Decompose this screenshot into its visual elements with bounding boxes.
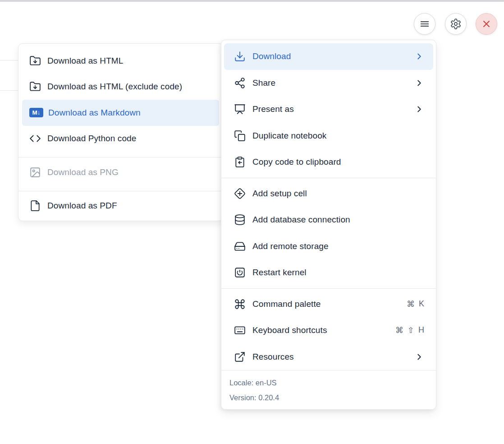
power-icon xyxy=(234,267,246,278)
shortcut-hint: ⌘⇧H xyxy=(395,325,424,335)
file-icon xyxy=(29,200,41,212)
menu-item-share[interactable]: Share xyxy=(221,70,436,97)
share-icon xyxy=(234,77,246,89)
menu-item-label: Copy code to clipboard xyxy=(252,157,424,167)
keyboard-icon xyxy=(234,324,246,336)
menu-divider xyxy=(221,288,436,289)
chevron-right-icon xyxy=(414,352,424,362)
menu-item-label: Duplicate notebook xyxy=(252,131,424,141)
menu-item-label: Present as xyxy=(252,104,408,114)
menu-item-download-as-pdf[interactable]: Download as PDF xyxy=(18,193,223,219)
menu-item-label: Share xyxy=(252,78,408,88)
menu-item-add-remote-storage[interactable]: Add remote storage xyxy=(221,233,436,260)
settings-button[interactable] xyxy=(445,13,467,35)
menu-item-label: Download as Markdown xyxy=(48,108,213,118)
hard-drive-icon xyxy=(234,240,246,252)
shortcut-hint: ⌘K xyxy=(407,299,424,309)
hamburger-icon xyxy=(419,18,431,30)
menu-item-label: Command palette xyxy=(252,299,400,309)
clipboard-copy-icon xyxy=(234,156,246,168)
menu-item-download-as-markdown[interactable]: M↓Download as Markdown xyxy=(22,100,219,126)
menu-item-download[interactable]: Download xyxy=(224,43,433,70)
download-submenu: Download as HTMLDownload as HTML (exclud… xyxy=(18,43,223,221)
menu-item-label: Download as PDF xyxy=(47,201,213,211)
menu-item-keyboard-shortcuts[interactable]: Keyboard shortcuts⌘⇧H xyxy=(221,317,436,344)
close-button[interactable] xyxy=(476,13,497,35)
menu-item-label: Restart kernel xyxy=(252,268,424,278)
menu-item-present-as[interactable]: Present as xyxy=(221,96,436,123)
locale-text: Locale: en-US xyxy=(229,375,428,390)
database-icon xyxy=(234,214,246,226)
background-cell-border xyxy=(0,90,20,91)
image-icon xyxy=(29,166,41,178)
menu-item-command-palette[interactable]: Command palette⌘K xyxy=(221,291,436,318)
menu-divider xyxy=(18,191,223,191)
gear-icon xyxy=(450,18,462,30)
menu-item-label: Download xyxy=(252,51,408,61)
window-top-edge xyxy=(0,0,504,2)
external-link-icon xyxy=(234,351,246,363)
menu-item-download-python-code[interactable]: Download Python code xyxy=(18,126,223,152)
menu-item-duplicate-notebook[interactable]: Duplicate notebook xyxy=(221,123,436,149)
menu-item-download-as-png: Download as PNG xyxy=(18,159,223,185)
menu-item-copy-code-to-clipboard[interactable]: Copy code to clipboard xyxy=(221,149,436,176)
menu-item-label: Resources xyxy=(252,352,408,362)
menu-item-download-as-html-exclude-code[interactable]: Download as HTML (exclude code) xyxy=(18,74,223,100)
menu-item-label: Download as HTML (exclude code) xyxy=(47,82,213,92)
chevron-right-icon xyxy=(414,78,424,88)
folder-download-icon xyxy=(29,81,41,92)
markdown-icon: M↓ xyxy=(29,108,43,117)
menu-item-label: Download as HTML xyxy=(47,56,213,66)
menu-item-label: Add setup cell xyxy=(252,189,424,199)
presentation-icon xyxy=(234,103,246,115)
menu-item-label: Add remote storage xyxy=(252,241,424,251)
menu-item-restart-kernel[interactable]: Restart kernel xyxy=(221,259,436,286)
diamond-plus-icon xyxy=(234,188,246,199)
menu-item-label: Add database connection xyxy=(252,215,424,225)
code-icon xyxy=(29,133,41,144)
menu-divider xyxy=(18,157,223,157)
version-text: Version: 0.20.4 xyxy=(229,390,428,405)
hamburger-menu-button[interactable] xyxy=(414,13,435,35)
menu-item-download-as-html[interactable]: Download as HTML xyxy=(18,48,223,74)
chevron-right-icon xyxy=(414,104,424,114)
menu-item-add-database-connection[interactable]: Add database connection xyxy=(221,207,436,233)
command-icon xyxy=(234,298,246,310)
chevron-right-icon xyxy=(414,51,424,61)
duplicate-icon xyxy=(234,130,246,142)
close-icon xyxy=(481,18,492,30)
menu-item-label: Download Python code xyxy=(47,134,213,143)
download-icon xyxy=(234,51,246,62)
menu-divider xyxy=(221,178,436,178)
menu-item-label: Keyboard shortcuts xyxy=(252,325,389,335)
notebook-menu: DownloadSharePresent asDuplicate noteboo… xyxy=(221,40,436,410)
background-cell-border xyxy=(0,60,20,60)
menu-item-resources[interactable]: Resources xyxy=(221,344,436,370)
menu-item-add-setup-cell[interactable]: Add setup cell xyxy=(221,180,436,207)
folder-download-icon xyxy=(29,55,41,67)
menu-footer: Locale: en-USVersion: 0.20.4 xyxy=(221,370,436,410)
menu-item-label: Download as PNG xyxy=(47,167,213,177)
